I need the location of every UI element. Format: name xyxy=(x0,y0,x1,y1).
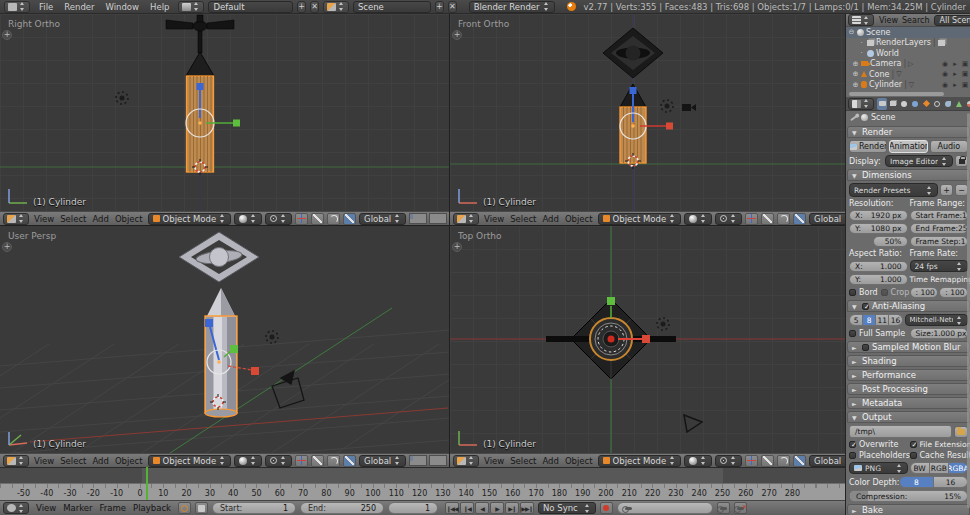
add-scene-button[interactable]: + xyxy=(435,1,444,13)
file-format-dropdown[interactable]: PNG xyxy=(849,462,908,474)
tab-object-data[interactable] xyxy=(954,98,964,110)
start-frame-field[interactable]: Start Frame:1 xyxy=(910,210,969,221)
aa-sample-5[interactable]: 5 xyxy=(849,314,863,326)
channel-rgb[interactable]: RGB xyxy=(930,462,949,474)
timeline-menu[interactable]: Frame xyxy=(97,503,129,513)
translate-manipulator-button[interactable] xyxy=(761,455,774,467)
editor-type-selector[interactable] xyxy=(3,502,29,514)
viewport-menu[interactable]: Select xyxy=(508,214,538,224)
aspect-x-field[interactable]: X:1.000 xyxy=(849,261,908,272)
resolution-y-field[interactable]: Y:1080 px xyxy=(849,223,908,234)
viewport-shading-dropdown[interactable] xyxy=(684,213,712,225)
tab-scene[interactable] xyxy=(899,98,909,110)
file-extensions-checkbox[interactable] xyxy=(910,441,917,448)
selectability-toggle-icon[interactable]: ▸ xyxy=(951,60,959,68)
start-frame-field[interactable]: Start:1 xyxy=(212,502,296,514)
expand-icon[interactable]: ⊕ xyxy=(852,60,859,68)
prev-keyframe-button[interactable]: ❙◀ xyxy=(460,502,474,514)
mode-dropdown[interactable]: Object Mode xyxy=(598,455,682,467)
panel-header-render[interactable]: ▼Render xyxy=(847,126,970,138)
aa-samples-buttons[interactable]: 5 8 11 16 xyxy=(849,314,903,326)
aspect-y-field[interactable]: Y:1.000 xyxy=(849,274,908,285)
jump-to-start-button[interactable]: ❙◀◀ xyxy=(445,502,459,514)
pivot-dropdown[interactable] xyxy=(715,455,742,467)
screen-layout-selector[interactable] xyxy=(178,1,204,13)
tab-constraints[interactable] xyxy=(932,98,942,110)
viewport-front-ortho-area[interactable]: + Front Ortho (1) Cylinder xyxy=(450,14,845,211)
next-keyframe-button[interactable]: ▶❙ xyxy=(505,502,519,514)
preview-range-button[interactable] xyxy=(178,502,191,514)
renderability-toggle-icon[interactable]: ▣ xyxy=(961,60,969,68)
viewport-menu[interactable]: Add xyxy=(540,214,560,224)
viewport-shading-dropdown[interactable] xyxy=(234,213,262,225)
viewport-menu[interactable]: Object xyxy=(113,456,145,466)
panel-header-antialiasing[interactable]: ▼Anti-Aliasing xyxy=(847,300,970,312)
topbar-menu[interactable]: Help xyxy=(145,2,174,12)
resolution-percent-field[interactable]: 50% xyxy=(873,236,908,247)
expand-icon[interactable]: ⊕ xyxy=(852,70,859,78)
end-frame-field[interactable]: End Frame:250 xyxy=(910,223,969,234)
tab-modifiers[interactable] xyxy=(943,98,953,110)
render-button[interactable]: Render xyxy=(849,140,887,153)
cache-result-checkbox[interactable] xyxy=(910,452,917,459)
translate-manipulator-button[interactable] xyxy=(311,455,324,467)
mode-dropdown[interactable]: Object Mode xyxy=(598,213,682,225)
viewport-menu[interactable]: View xyxy=(482,456,506,466)
auto-keyframe-button[interactable] xyxy=(600,502,613,514)
manipulator-toggle[interactable] xyxy=(295,213,308,225)
viewport-top-ortho-area[interactable]: + Top Ortho (1) Cylinder xyxy=(450,226,845,453)
layer-grid-left[interactable] xyxy=(409,213,427,224)
close-scene-button[interactable]: ✕ xyxy=(448,1,457,13)
collapse-icon[interactable]: ⊖ xyxy=(848,28,855,36)
layer-grid-right[interactable] xyxy=(429,213,447,224)
animation-button[interactable]: Animation xyxy=(889,140,927,153)
timeline-menu[interactable]: Marker xyxy=(60,503,95,513)
play-reverse-button[interactable]: ◀ xyxy=(475,502,489,514)
viewport-menu[interactable]: Select xyxy=(58,456,88,466)
transform-orientation-dropdown[interactable]: Global xyxy=(809,455,845,467)
rotate-manipulator-button[interactable] xyxy=(327,213,340,225)
timeline-canvas[interactable] xyxy=(0,467,845,483)
channels-buttons[interactable]: BW RGB RGBA xyxy=(910,462,969,474)
renderability-toggle-icon[interactable]: ▣ xyxy=(961,81,969,89)
selectability-toggle-icon[interactable]: ▸ xyxy=(951,81,959,89)
viewport-menu[interactable]: Select xyxy=(58,214,88,224)
viewport-top-ortho[interactable]: + Top Ortho (1) Cylinder ViewSelectAddOb… xyxy=(450,225,845,467)
panel-header-post-processing[interactable]: ►Post Processing xyxy=(847,383,970,395)
editor-type-selector[interactable] xyxy=(848,98,874,110)
viewport-menu[interactable]: Object xyxy=(113,214,145,224)
scale-manipulator-button[interactable] xyxy=(343,213,356,225)
motion-blur-checkbox[interactable] xyxy=(862,344,869,351)
channel-bw[interactable]: BW xyxy=(910,462,930,474)
panel-header-metadata[interactable]: ►Metadata xyxy=(847,397,970,409)
viewport-menu[interactable]: View xyxy=(32,456,56,466)
layer-grid-left[interactable] xyxy=(409,455,427,466)
screen-layout-dropdown[interactable]: Default xyxy=(208,1,293,13)
audio-button[interactable]: Audio xyxy=(930,140,968,153)
outliner-menu[interactable]: View xyxy=(877,16,900,25)
viewport-menu[interactable]: Object xyxy=(563,456,595,466)
outliner-row-world[interactable]: ·World xyxy=(846,48,970,59)
display-filter-dropdown[interactable]: All Scenes xyxy=(934,15,970,26)
outliner-row-camera[interactable]: ⊕Camera|▷ ◉▸▣ xyxy=(846,59,970,70)
remap-new-field[interactable]: : 100 xyxy=(939,287,968,298)
crop-checkbox[interactable] xyxy=(881,289,888,296)
topbar-menu[interactable]: Window xyxy=(101,2,145,12)
panel-header-dimensions[interactable]: ▼Dimensions xyxy=(847,169,970,181)
panel-header-output[interactable]: ▼Output xyxy=(847,411,970,423)
depth-8[interactable]: 8 xyxy=(899,476,934,488)
translate-manipulator-button[interactable] xyxy=(311,213,324,225)
aa-sample-8[interactable]: 8 xyxy=(863,314,876,326)
viewport-menu[interactable]: View xyxy=(482,214,506,224)
tab-render-layers[interactable] xyxy=(888,98,898,110)
pivot-dropdown[interactable] xyxy=(265,213,292,225)
play-button[interactable]: ▶ xyxy=(490,502,504,514)
overwrite-checkbox[interactable] xyxy=(849,441,856,448)
tab-object[interactable] xyxy=(921,98,931,110)
pivot-dropdown[interactable] xyxy=(265,455,292,467)
translate-manipulator-button[interactable] xyxy=(761,213,774,225)
aa-filter-dropdown[interactable]: Mitchell-Netravali xyxy=(905,314,969,326)
fps-dropdown[interactable]: 24 fps xyxy=(910,260,969,272)
outliner-row-cone[interactable]: ⊕Cone|▽ ◉▸▣ xyxy=(846,69,970,80)
viewport-menu[interactable]: Add xyxy=(540,456,560,466)
